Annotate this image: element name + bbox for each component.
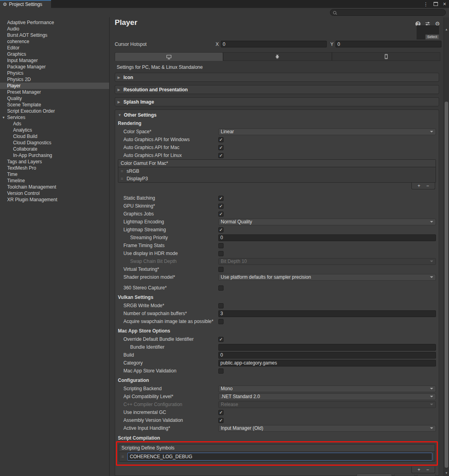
- checkbox[interactable]: [218, 251, 224, 256]
- sidebar-item-preset-manager[interactable]: Preset Manager: [0, 89, 109, 95]
- text-field[interactable]: [218, 234, 436, 241]
- dropdown[interactable]: Use platform defaults for sampler precis…: [218, 274, 436, 281]
- sidebar-item-quality[interactable]: Quality: [0, 95, 109, 102]
- foldout-expanded-icon[interactable]: ▼: [2, 115, 5, 121]
- cursor-hotspot-y-field[interactable]: [335, 41, 441, 47]
- scroll-down-icon[interactable]: ▼: [444, 471, 449, 475]
- checkbox[interactable]: [218, 285, 224, 291]
- checkbox[interactable]: ✓: [218, 137, 224, 142]
- setting-label: Auto Graphics API for Windows: [118, 137, 218, 142]
- sidebar-item-coherence[interactable]: coherence: [0, 38, 109, 45]
- cursor-texture-preview[interactable]: Select: [417, 25, 439, 40]
- setting-control: ✓: [218, 410, 436, 415]
- sidebar-item-collaborate[interactable]: Collaborate: [0, 146, 109, 152]
- define-symbol-input[interactable]: [127, 453, 432, 461]
- select-button[interactable]: Select: [425, 34, 439, 40]
- apply-button[interactable]: Apply: [417, 474, 436, 476]
- checkbox[interactable]: ✓: [218, 153, 224, 158]
- dropdown-value: Input Manager (Old): [221, 425, 430, 431]
- sidebar-item-audio[interactable]: Audio: [0, 26, 109, 32]
- sidebar-item-time[interactable]: Time: [0, 171, 109, 178]
- list-item[interactable]: =: [119, 452, 435, 461]
- section-icon[interactable]: ▶Icon: [115, 73, 439, 82]
- dropdown[interactable]: Input Manager (Old): [218, 425, 436, 432]
- sidebar-item-toolchain-management[interactable]: Toolchain Management: [0, 184, 109, 190]
- platform-tab-mobile[interactable]: [332, 52, 440, 61]
- cursor-hotspot-x-field[interactable]: [221, 41, 327, 47]
- checkbox[interactable]: [218, 303, 224, 308]
- sidebar-item-label: Services: [7, 115, 25, 120]
- group-heading-script-compilation: Script Compilation: [118, 435, 436, 441]
- remove-button[interactable]: −: [426, 467, 429, 472]
- dropdown[interactable]: Mono: [218, 385, 436, 392]
- sidebar-item-cloud-build[interactable]: Cloud Build: [0, 133, 109, 140]
- sidebar-item-xr-plugin-management[interactable]: XR Plugin Management: [0, 196, 109, 203]
- sidebar-item-tags-and-layers[interactable]: Tags and Layers: [0, 159, 109, 165]
- sidebar-item-burst-aot-settings[interactable]: Burst AOT Settings: [0, 32, 109, 38]
- sidebar-item-editor[interactable]: Editor: [0, 45, 109, 51]
- checkbox[interactable]: [218, 368, 224, 374]
- text-field[interactable]: [218, 310, 436, 317]
- search-input[interactable]: [338, 10, 443, 15]
- vertical-scrollbar[interactable]: ▲ ▼: [443, 17, 449, 476]
- search-box[interactable]: [330, 9, 446, 16]
- sidebar-item-textmesh-pro[interactable]: TextMesh Pro: [0, 165, 109, 171]
- add-button[interactable]: +: [417, 183, 420, 189]
- sidebar-item-scene-template[interactable]: Scene Template: [0, 102, 109, 108]
- section-splash-image[interactable]: ▶Splash Image: [115, 97, 439, 106]
- setting-control: ✓: [218, 196, 436, 201]
- sidebar-item-timeline[interactable]: Timeline: [0, 178, 109, 184]
- revert-button[interactable]: Revert: [394, 474, 415, 476]
- checkbox[interactable]: ✓: [218, 418, 224, 423]
- close-icon[interactable]: ×: [443, 1, 446, 7]
- window-tab-project-settings[interactable]: ⚙ Project Settings: [0, 0, 51, 8]
- section-resolution-and-presentation[interactable]: ▶Resolution and Presentation: [115, 85, 439, 94]
- sidebar-item-input-manager[interactable]: Input Manager: [0, 57, 109, 64]
- list-item[interactable]: =DisplayP3: [118, 175, 436, 182]
- list-item[interactable]: =sRGB: [118, 167, 436, 175]
- checkbox[interactable]: ✓: [218, 227, 224, 232]
- dropdown[interactable]: Normal Quality: [218, 219, 436, 225]
- other-settings-header[interactable]: ▼ Other Settings: [118, 111, 436, 119]
- dropdown-arrow-icon: [430, 221, 433, 223]
- sidebar-item-cloud-diagnostics[interactable]: Cloud Diagnostics: [0, 140, 109, 146]
- copy-defines-button[interactable]: Copy Defines: [356, 474, 392, 476]
- kebab-menu-icon[interactable]: ⋮: [423, 2, 428, 7]
- checkbox[interactable]: [218, 267, 224, 272]
- checkbox[interactable]: [218, 319, 224, 324]
- maximize-icon[interactable]: [434, 2, 438, 6]
- text-field[interactable]: [218, 344, 436, 351]
- sidebar-item-physics-2d[interactable]: Physics 2D: [0, 76, 109, 83]
- checkbox[interactable]: ✓: [218, 337, 224, 342]
- dropdown[interactable]: Linear: [218, 128, 436, 135]
- scroll-up-icon[interactable]: ▲: [444, 28, 449, 31]
- checkbox[interactable]: ✓: [218, 145, 224, 150]
- checkbox[interactable]: ✓: [218, 410, 224, 415]
- sidebar-item-ads[interactable]: Ads: [0, 121, 109, 127]
- checkbox[interactable]: ✓: [218, 204, 224, 209]
- sidebar-item-script-execution-order[interactable]: Script Execution Order: [0, 108, 109, 114]
- sidebar-item-package-manager[interactable]: Package Manager: [0, 64, 109, 70]
- foldout-collapsed-icon: ▶: [117, 88, 123, 92]
- sidebar-item-version-control[interactable]: Version Control: [0, 190, 109, 196]
- setting-control: ✓: [218, 204, 436, 209]
- sidebar-item-player[interactable]: Player: [0, 83, 109, 89]
- scrollbar-thumb[interactable]: [445, 102, 448, 468]
- sidebar-item-label: Script Execution Order: [7, 108, 55, 114]
- sidebar-item-in-app-purchasing[interactable]: In-App Purchasing: [0, 152, 109, 159]
- sidebar-item-physics[interactable]: Physics: [0, 70, 109, 76]
- sidebar-item-adaptive-performance[interactable]: Adaptive Performance: [0, 19, 109, 26]
- checkbox[interactable]: ✓: [218, 212, 224, 217]
- dropdown[interactable]: .NET Standard 2.0: [218, 393, 436, 400]
- platform-tab-android[interactable]: [223, 52, 332, 61]
- platform-tab-desktop[interactable]: [115, 52, 223, 61]
- text-field[interactable]: [218, 352, 436, 359]
- text-field[interactable]: [218, 360, 436, 366]
- add-button[interactable]: +: [417, 467, 420, 472]
- sidebar-item-services[interactable]: ▼Services: [0, 114, 109, 121]
- sidebar-item-graphics[interactable]: Graphics: [0, 51, 109, 57]
- checkbox[interactable]: ✓: [218, 196, 224, 201]
- checkbox[interactable]: [218, 243, 224, 248]
- sidebar-item-analytics[interactable]: Analytics: [0, 127, 109, 133]
- remove-button[interactable]: −: [426, 183, 429, 189]
